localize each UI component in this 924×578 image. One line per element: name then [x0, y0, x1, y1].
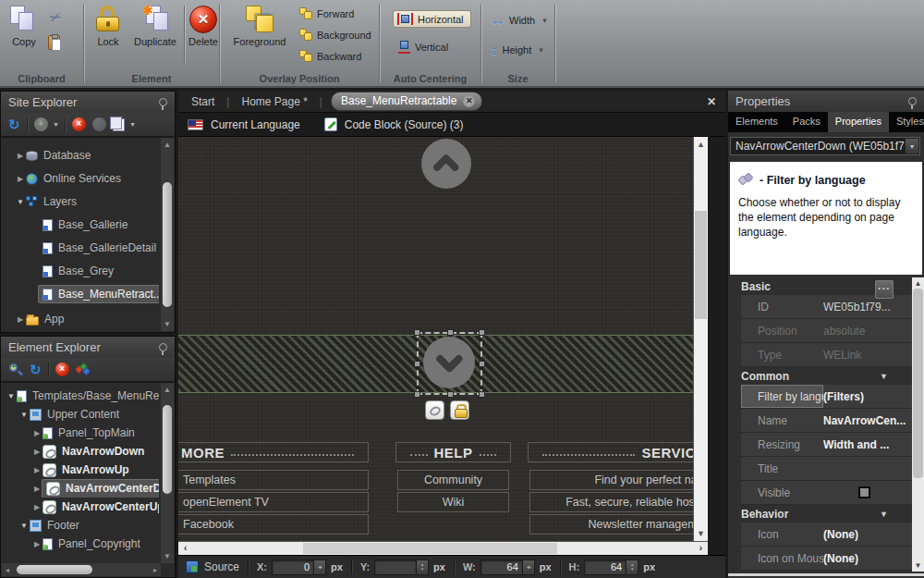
collapsed-arrow-icon[interactable] — [15, 175, 26, 183]
tab-styles[interactable]: Styles — [889, 112, 924, 132]
styles-icon[interactable] — [76, 363, 91, 376]
pin-icon[interactable] — [159, 343, 167, 351]
tab-properties[interactable]: Properties — [828, 112, 889, 132]
property-value[interactable]: (Filters) — [823, 385, 912, 408]
property-row-icon[interactable]: Icon (None) — [741, 523, 912, 547]
element-explorer-vscrollbar[interactable]: ▲ ▼ — [161, 383, 174, 563]
tab-home-page[interactable]: Home Page * — [237, 93, 310, 110]
h-input[interactable]: 64 — [584, 560, 626, 575]
resize-handle-n[interactable] — [447, 329, 454, 336]
x-spinner[interactable]: ◂▸ — [314, 560, 326, 575]
properties-scrollbar[interactable]: ▲ ▼ — [912, 277, 924, 572]
expanded-arrow-icon[interactable] — [18, 522, 30, 530]
property-row-name[interactable]: Name NavArrowCen... — [741, 409, 912, 433]
collapsed-arrow-icon[interactable] — [31, 485, 43, 493]
footer-link[interactable]: Find your perfect name — [529, 470, 693, 490]
collapsed-arrow-icon[interactable] — [31, 429, 43, 437]
property-row-icon-on-mouse[interactable]: Icon on Mouse (None) — [741, 547, 912, 571]
tab-elements[interactable]: Elements — [728, 112, 785, 132]
tree-item-footer[interactable]: Footer — [2, 516, 159, 535]
resize-handle-e[interactable] — [479, 361, 485, 367]
x-input[interactable]: 0 — [272, 560, 314, 575]
property-row-filter-by-language[interactable]: Filter by language (Filters) — [741, 385, 912, 409]
canvas-vscrollbar[interactable]: ▲ ▼ — [693, 137, 708, 541]
design-canvas[interactable]: MORE Templates openElement TV Facebook H… — [178, 137, 693, 541]
property-value[interactable]: NavArrowCen... — [823, 409, 912, 432]
tab-packs[interactable]: Packs — [785, 112, 828, 132]
backward-button[interactable]: Backward — [299, 50, 361, 62]
resize-handle-sw[interactable] — [414, 391, 420, 398]
section-collapse-icon[interactable] — [880, 510, 888, 519]
add-caret-icon[interactable]: ▾ — [55, 120, 58, 129]
collapsed-arrow-icon[interactable] — [31, 540, 43, 548]
pin-icon[interactable] — [159, 98, 167, 106]
refresh-icon[interactable]: ↻ — [30, 363, 42, 376]
property-value[interactable] — [823, 457, 912, 480]
resize-handle-se[interactable] — [479, 391, 485, 398]
property-row-type[interactable]: Type WELink — [741, 343, 912, 367]
lock-button[interactable]: Lock — [90, 6, 127, 47]
expanded-arrow-icon[interactable] — [15, 198, 26, 206]
section-behavior[interactable]: Behavior — [728, 505, 912, 523]
property-value[interactable]: WE05b1f79... — [823, 295, 912, 318]
tree-item-navarrowdown[interactable]: NavArrowDown — [2, 442, 159, 461]
duplicate-caret-icon[interactable]: ▾ — [131, 120, 135, 129]
property-value[interactable]: (None) — [823, 547, 912, 570]
icon-hover-browse-button[interactable] — [875, 280, 894, 299]
resize-handle-nw[interactable] — [414, 329, 420, 336]
property-value[interactable]: (None) — [823, 523, 912, 546]
tree-item-base-menuretractable[interactable]: Base_MenuRetract... — [2, 284, 159, 304]
footer-link[interactable]: Wiki — [397, 492, 509, 512]
tree-item-layers[interactable]: Layers — [2, 191, 159, 212]
copy-button[interactable]: Copy — [4, 6, 44, 47]
w-spinner[interactable]: ◂▸ — [523, 560, 535, 575]
element-explorer-hscrollbar[interactable]: ◂ ▸ — [2, 563, 161, 576]
duplicate-page-icon[interactable] — [113, 118, 125, 131]
horizontal-centering-button[interactable]: Horizontal — [393, 10, 471, 28]
site-explorer-scrollbar[interactable]: ▲ ▼ — [161, 138, 174, 331]
section-collapse-icon[interactable] — [880, 372, 888, 381]
property-value[interactable]: Width and ... — [823, 433, 912, 456]
footer-link[interactable]: Fast, secure, reliable hosting — [529, 492, 693, 512]
collapsed-arrow-icon[interactable] — [15, 315, 26, 324]
property-row-visible[interactable]: Visible — [741, 481, 912, 505]
link-quick-button[interactable] — [425, 400, 444, 420]
h-spinner[interactable]: ▴▾ — [626, 560, 638, 575]
editor-close-icon[interactable] — [707, 95, 716, 108]
height-button[interactable]: ↕ Height — [491, 42, 543, 57]
tree-item-upper-content[interactable]: Upper Content — [2, 405, 159, 424]
tree-item-panel-topmain[interactable]: Panel_TopMain — [2, 424, 159, 442]
y-input[interactable] — [374, 560, 417, 575]
y-spinner[interactable]: ▴▾ — [417, 560, 429, 575]
section-common[interactable]: Common — [728, 367, 912, 385]
footer-link[interactable]: Templates — [178, 470, 369, 490]
tree-item-navarrowup[interactable]: NavArrowUp — [2, 461, 159, 479]
tree-item-base-grey[interactable]: Base_Grey — [2, 261, 159, 281]
footer-link[interactable]: openElement TV — [178, 492, 369, 512]
zoom-icon[interactable]: + — [8, 363, 23, 377]
element-selector-dropdown[interactable]: NavArrowCenterDown (WE05b1f79... — [730, 137, 920, 155]
pin-icon[interactable] — [908, 97, 917, 105]
cut-button[interactable]: ✂ — [50, 9, 62, 26]
tree-item-base-galleriedetail[interactable]: Base_GallerieDetail — [2, 238, 159, 258]
tree-item-online-services[interactable]: Online Services — [2, 168, 159, 189]
collapsed-arrow-icon[interactable] — [31, 448, 43, 456]
delete-item-icon[interactable]: × — [72, 117, 86, 131]
paste-button[interactable] — [48, 35, 60, 54]
tree-item-template-root[interactable]: Templates/Base_MenuRetractable — [2, 387, 159, 405]
resize-handle-s[interactable] — [447, 391, 454, 398]
source-label[interactable]: Source — [204, 560, 239, 573]
tree-item-app[interactable]: App — [2, 309, 159, 329]
selector-caret-icon[interactable] — [905, 138, 919, 154]
foreground-button[interactable]: Foreground — [229, 6, 290, 47]
width-button[interactable]: ↔ Width — [491, 12, 547, 28]
property-row-position[interactable]: Position absolute — [741, 319, 912, 343]
footer-link[interactable]: Facebook — [178, 514, 369, 535]
code-block-button[interactable]: Code Block (Source) (3) — [345, 118, 464, 131]
tree-item-database[interactable]: Database — [2, 145, 159, 166]
expanded-arrow-icon[interactable] — [6, 392, 17, 400]
add-icon[interactable]: + — [34, 117, 48, 131]
tree-item-navarrowcenterdown[interactable]: NavArrowCenterDown — [2, 479, 159, 498]
footer-link[interactable]: Community — [397, 470, 509, 490]
forward-button[interactable]: Forward — [299, 7, 354, 19]
